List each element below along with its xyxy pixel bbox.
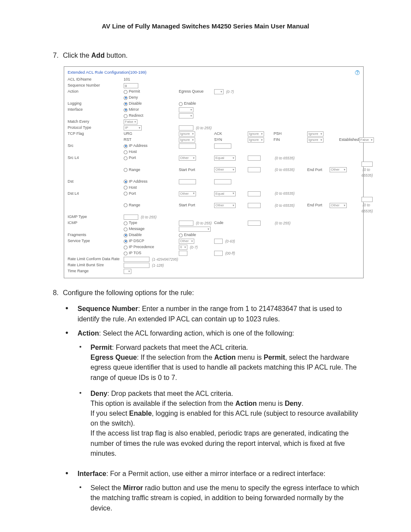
radio-frag-disable[interactable] bbox=[124, 233, 128, 237]
select-srcl4-2[interactable]: Equal bbox=[214, 156, 236, 161]
t: Host bbox=[129, 185, 137, 191]
select-est[interactable]: False bbox=[359, 137, 374, 143]
select-mirror[interactable] bbox=[179, 107, 193, 112]
input-src-ip[interactable] bbox=[179, 143, 196, 149]
select-srcl4-end[interactable]: Other bbox=[330, 167, 347, 172]
b: Action bbox=[235, 400, 257, 407]
hint: (0 to 65535) bbox=[274, 167, 295, 173]
radio-src-ip[interactable] bbox=[124, 144, 128, 148]
select-dscp[interactable]: Other bbox=[179, 239, 194, 244]
label-time-range: Time Range bbox=[68, 268, 124, 274]
step-number: 8. bbox=[47, 288, 63, 523]
input-srcl4-end[interactable] bbox=[361, 162, 373, 167]
v: Other bbox=[215, 203, 224, 208]
t: IP Address bbox=[129, 179, 147, 185]
v: False bbox=[361, 137, 369, 143]
select-icmp-msg[interactable] bbox=[179, 227, 211, 232]
select-protocol[interactable]: IP bbox=[124, 125, 142, 131]
input-rate-data[interactable] bbox=[124, 257, 149, 262]
select-match[interactable]: False bbox=[124, 119, 137, 124]
radio-deny[interactable] bbox=[124, 96, 128, 100]
t: End Port bbox=[307, 167, 330, 173]
input-icmp-type[interactable] bbox=[179, 221, 193, 226]
t: Start Port bbox=[179, 167, 214, 173]
v: Ignore bbox=[308, 137, 318, 143]
t: Port bbox=[129, 155, 136, 161]
radio-icmp-type[interactable] bbox=[124, 221, 128, 225]
input-icmp-code[interactable] bbox=[248, 221, 261, 226]
radio-redirect[interactable] bbox=[124, 114, 128, 118]
input-dstl4-port[interactable] bbox=[248, 191, 261, 196]
select-fin[interactable]: Ignore bbox=[307, 137, 324, 143]
b: Interface bbox=[78, 470, 106, 477]
help-icon[interactable]: ? bbox=[355, 70, 360, 75]
input-rate-burst[interactable] bbox=[124, 263, 149, 268]
select-psh[interactable]: Ignore bbox=[307, 131, 324, 137]
t: Mirror bbox=[129, 107, 139, 113]
radio-dscp[interactable] bbox=[124, 240, 128, 243]
radio-srcl4-port[interactable] bbox=[124, 156, 128, 160]
select-urg[interactable]: Ignore bbox=[179, 131, 195, 137]
select-srcl4-1[interactable]: Other bbox=[179, 156, 196, 161]
input-dst-ip[interactable] bbox=[179, 179, 196, 184]
radio-frag-enable[interactable] bbox=[179, 233, 183, 237]
input-tos2[interactable] bbox=[214, 251, 223, 256]
radio-srcl4-range[interactable] bbox=[124, 168, 128, 172]
b: Enable bbox=[129, 410, 152, 417]
radio-icmp-msg[interactable] bbox=[124, 227, 128, 231]
input-igmp[interactable] bbox=[124, 215, 138, 220]
t: Port bbox=[129, 191, 136, 197]
input-seq[interactable]: 0 bbox=[124, 83, 138, 88]
select-dstl4-start[interactable]: Other bbox=[214, 203, 236, 208]
radio-log-disable[interactable] bbox=[124, 102, 128, 106]
page-header: AV Line of Fully Managed Switches M4250 … bbox=[47, 22, 364, 31]
select-egress[interactable] bbox=[214, 89, 224, 94]
label-interface: Interface bbox=[68, 107, 124, 113]
select-srcl4-start[interactable]: Other bbox=[214, 167, 236, 172]
input-src-mask[interactable] bbox=[214, 143, 231, 149]
label-service: Service Type bbox=[68, 238, 124, 244]
radio-permit[interactable] bbox=[124, 90, 128, 94]
radio-prec[interactable] bbox=[124, 246, 128, 249]
radio-dst-ip[interactable] bbox=[124, 180, 128, 184]
radio-src-host[interactable] bbox=[124, 150, 128, 154]
t: FIN bbox=[274, 137, 307, 143]
input-protocol[interactable] bbox=[179, 125, 193, 131]
screenshot-title: Extended ACL Rule Configuration(100-199) bbox=[68, 69, 146, 75]
input-tos1[interactable] bbox=[179, 251, 187, 256]
input-dst-mask[interactable] bbox=[214, 179, 231, 184]
label-egress: Egress Queue bbox=[179, 89, 214, 95]
radio-dstl4-range[interactable] bbox=[124, 203, 128, 207]
t: Code bbox=[214, 220, 248, 226]
radio-tos[interactable] bbox=[124, 252, 128, 255]
input-dstl4-start[interactable] bbox=[248, 203, 261, 208]
t: Start Port bbox=[179, 202, 214, 208]
select-redirect[interactable] bbox=[179, 113, 193, 118]
t: Disable bbox=[129, 232, 142, 238]
select-prec[interactable]: 0 bbox=[179, 245, 187, 250]
select-dstl4-2[interactable]: Equal bbox=[214, 191, 236, 196]
t: IP Address bbox=[129, 143, 147, 149]
select-ack[interactable]: Ignore bbox=[248, 131, 264, 137]
radio-dstl4-port[interactable] bbox=[124, 192, 128, 196]
t: PSH bbox=[274, 131, 307, 137]
select-time-range[interactable] bbox=[124, 269, 131, 274]
radio-mirror[interactable] bbox=[124, 108, 128, 112]
v: Ignore bbox=[180, 137, 190, 143]
input-dscp[interactable] bbox=[214, 239, 223, 244]
select-dstl4-1[interactable]: Other bbox=[179, 191, 196, 196]
value-acl-id: 101 bbox=[124, 77, 179, 83]
select-dstl4-end[interactable]: Other bbox=[330, 203, 347, 208]
v: Ignore bbox=[180, 131, 190, 137]
t: If you select bbox=[90, 410, 129, 417]
v: IP bbox=[125, 125, 128, 131]
input-srcl4-port[interactable] bbox=[248, 156, 261, 161]
radio-log-enable[interactable] bbox=[179, 102, 183, 106]
v: Equal bbox=[215, 191, 224, 196]
t: SYN bbox=[214, 137, 248, 143]
input-dstl4-end[interactable] bbox=[361, 197, 373, 202]
select-rst[interactable]: Ignore bbox=[179, 137, 195, 143]
select-syn[interactable]: Ignore bbox=[248, 137, 264, 143]
radio-dst-host[interactable] bbox=[124, 186, 128, 190]
input-srcl4-start[interactable] bbox=[248, 167, 261, 172]
